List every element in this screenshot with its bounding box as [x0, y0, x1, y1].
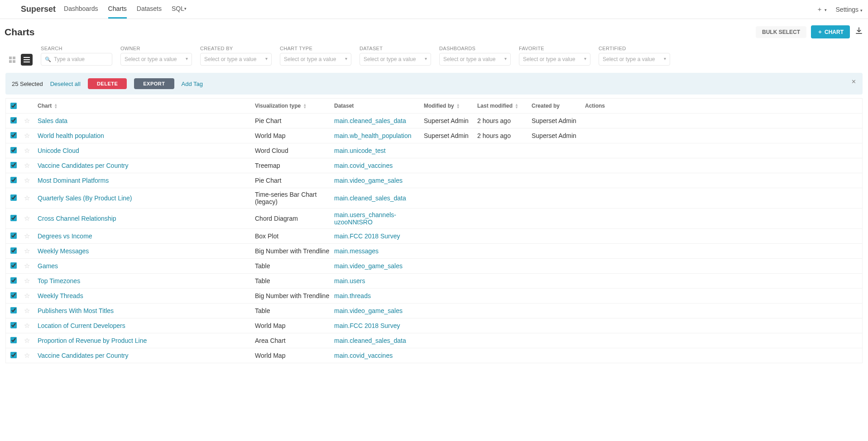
dataset-link[interactable]: main.FCC 2018 Survey	[334, 322, 400, 329]
dataset-link[interactable]: main.FCC 2018 Survey	[334, 232, 400, 240]
star-icon[interactable]: ☆	[24, 307, 38, 315]
viz-type: Big Number with Trendline	[255, 292, 334, 299]
row-checkbox[interactable]	[10, 177, 17, 183]
row-checkbox[interactable]	[10, 117, 17, 123]
star-icon[interactable]: ☆	[24, 247, 38, 255]
chart-name-link[interactable]: Top Timezones	[38, 277, 80, 285]
chart-name-link[interactable]: Vaccine Candidates per Country	[38, 352, 129, 359]
col-created-by: Created by	[532, 103, 585, 109]
select-all-checkbox[interactable]	[10, 103, 17, 109]
row-checkbox[interactable]	[10, 132, 17, 138]
chart-name-link[interactable]: Vaccine Candidates per Country	[38, 162, 129, 169]
star-icon[interactable]: ☆	[24, 232, 38, 240]
dataset-link[interactable]: main.video_game_sales	[334, 262, 403, 270]
dataset-link[interactable]: main.cleaned_sales_data	[334, 117, 406, 124]
row-checkbox[interactable]	[10, 322, 17, 328]
nav-sql[interactable]: SQL ▾	[172, 0, 187, 19]
owner-select[interactable]: Select or type a value	[120, 53, 192, 66]
chart-name-link[interactable]: Weekly Messages	[38, 247, 89, 255]
star-icon[interactable]: ☆	[24, 214, 38, 223]
chart-name-link[interactable]: Games	[38, 262, 58, 270]
row-checkbox[interactable]	[10, 215, 17, 221]
row-checkbox[interactable]	[10, 162, 17, 168]
star-icon[interactable]: ☆	[24, 161, 38, 170]
certified-select[interactable]: Select or type a value	[599, 53, 670, 66]
row-checkbox[interactable]	[10, 247, 17, 254]
deselect-all-link[interactable]: Deselect all	[50, 81, 81, 87]
row-checkbox[interactable]	[10, 307, 17, 313]
dataset-link[interactable]: main.cleaned_sales_data	[334, 337, 406, 344]
row-checkbox[interactable]	[10, 262, 17, 269]
chart-name-link[interactable]: Degrees vs Income	[38, 232, 92, 240]
dataset-link[interactable]: main.wb_health_population	[334, 132, 411, 139]
chart-name-link[interactable]: Sales data	[38, 117, 67, 124]
row-checkbox[interactable]	[10, 337, 17, 343]
star-icon[interactable]: ☆	[24, 176, 38, 185]
star-icon[interactable]: ☆	[24, 292, 38, 300]
chart-type-select[interactable]: Select or type a value	[280, 53, 351, 66]
row-checkbox[interactable]	[10, 292, 17, 299]
bulk-select-button[interactable]: BULK SELECT	[756, 26, 806, 38]
dataset-link[interactable]: main.video_game_sales	[334, 177, 403, 184]
row-checkbox[interactable]	[10, 232, 17, 239]
col-chart[interactable]: Chart▲▼	[38, 103, 255, 109]
dataset-link[interactable]: main.covid_vaccines	[334, 162, 393, 169]
add-tag-link[interactable]: Add Tag	[182, 81, 203, 87]
row-checkbox[interactable]	[10, 352, 17, 358]
new-icon[interactable]: ＋ ▾	[816, 5, 827, 14]
star-icon[interactable]: ☆	[24, 337, 38, 345]
nav-dashboards[interactable]: Dashboards	[64, 0, 98, 19]
chart-name-link[interactable]: Unicode Cloud	[38, 147, 79, 154]
star-icon[interactable]: ☆	[24, 132, 38, 140]
row-checkbox[interactable]	[10, 194, 17, 201]
table-row: ☆Degrees vs IncomeBox Plotmain.FCC 2018 …	[6, 228, 862, 243]
dashboards-select[interactable]: Select or type a value	[439, 53, 511, 66]
chart-name-link[interactable]: Publishers With Most Titles	[38, 307, 114, 314]
chart-name-link[interactable]: Quarterly Sales (By Product Line)	[38, 194, 132, 202]
star-icon[interactable]: ☆	[24, 117, 38, 125]
col-last-modified[interactable]: Last modified▲▼	[477, 103, 532, 109]
dataset-link[interactable]: main.threads	[334, 292, 371, 299]
search-input[interactable]: 🔍Type a value	[41, 53, 112, 66]
created-by-select[interactable]: Select or type a value	[200, 53, 272, 66]
dataset-link[interactable]: main.unicode_test	[334, 147, 386, 154]
dataset-link[interactable]: main.users_channels-uzooNNtSRO	[334, 211, 396, 226]
col-dataset: Dataset	[334, 103, 424, 109]
favorite-select[interactable]: Select or type a value	[519, 53, 590, 66]
chart-name-link[interactable]: Most Dominant Platforms	[38, 177, 109, 184]
star-icon[interactable]: ☆	[24, 147, 38, 155]
nav-datasets[interactable]: Datasets	[137, 0, 162, 19]
star-icon[interactable]: ☆	[24, 277, 38, 285]
chart-name-link[interactable]: Cross Channel Relationship	[38, 215, 116, 222]
chart-name-link[interactable]: Weekly Threads	[38, 292, 83, 299]
col-modified-by[interactable]: Modified by▲▼	[424, 103, 477, 109]
dataset-link[interactable]: main.covid_vaccines	[334, 352, 393, 359]
star-icon[interactable]: ☆	[24, 322, 38, 330]
nav-charts[interactable]: Charts	[108, 0, 127, 19]
new-chart-button[interactable]: ＋CHART	[811, 25, 850, 38]
filter-owner: OWNER Select or type a value	[120, 46, 192, 66]
star-icon[interactable]: ☆	[24, 351, 38, 360]
star-icon[interactable]: ☆	[24, 194, 38, 202]
star-icon[interactable]: ☆	[24, 262, 38, 270]
row-checkbox[interactable]	[10, 277, 17, 284]
dataset-link[interactable]: main.video_game_sales	[334, 307, 403, 314]
logo[interactable]: Superset	[5, 3, 56, 16]
row-checkbox[interactable]	[10, 147, 17, 153]
close-icon[interactable]: ✕	[851, 78, 856, 85]
settings-menu[interactable]: Settings ▾	[836, 6, 863, 13]
dataset-link[interactable]: main.cleaned_sales_data	[334, 194, 406, 202]
export-button[interactable]: EXPORT	[134, 78, 174, 89]
chart-name-link[interactable]: Location of Current Developers	[38, 322, 125, 329]
dataset-link[interactable]: main.messages	[334, 247, 379, 255]
col-viz[interactable]: Visualization type▲▼	[255, 103, 334, 109]
dataset-select[interactable]: Select or type a value	[360, 53, 431, 66]
chart-name-link[interactable]: Proportion of Revenue by Product Line	[38, 337, 147, 344]
dataset-link[interactable]: main.users	[334, 277, 365, 285]
list-view-button[interactable]	[21, 54, 33, 66]
grid-view-button[interactable]	[6, 54, 18, 66]
chart-name-link[interactable]: World health population	[38, 132, 104, 139]
download-icon[interactable]	[854, 26, 863, 38]
delete-button[interactable]: DELETE	[88, 78, 127, 89]
table-row: ☆Proportion of Revenue by Product LineAr…	[6, 333, 862, 348]
